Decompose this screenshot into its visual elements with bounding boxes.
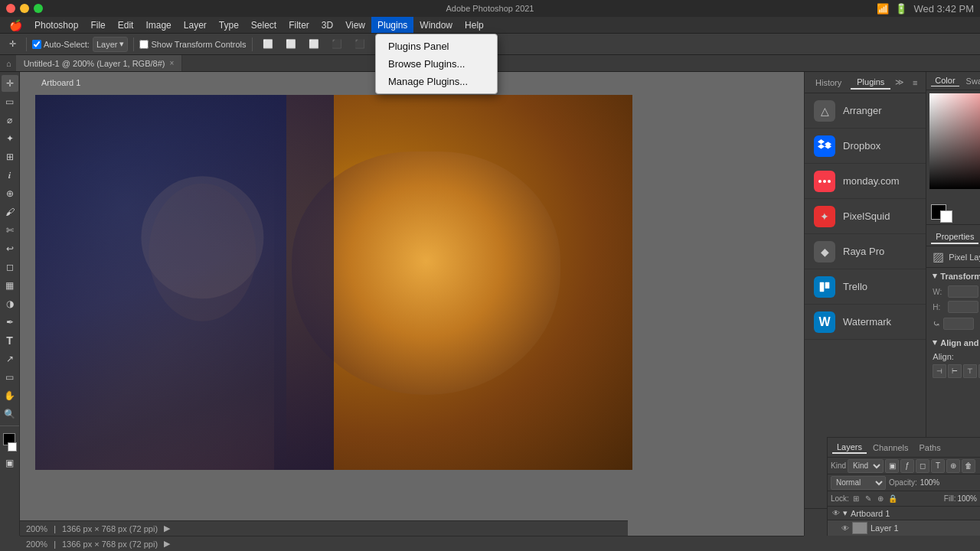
maximize-button[interactable] [34, 4, 43, 13]
panel-menu-icon[interactable]: ≡ [909, 77, 921, 89]
swatches-tab[interactable]: Swatches [962, 76, 980, 86]
plugin-item-monday[interactable]: monday.com [805, 164, 926, 199]
color-tab[interactable]: Color [931, 75, 959, 86]
menu-window[interactable]: Window [413, 17, 459, 33]
minimize-button[interactable] [20, 4, 29, 13]
lasso-tool[interactable]: ⌀ [2, 112, 18, 129]
delete-btn[interactable]: 🗑 [962, 459, 975, 473]
artboard-group[interactable]: 👁 ▾ Artboard 1 [828, 507, 980, 520]
spot-heal-tool[interactable]: ⊕ [2, 185, 18, 202]
menu-select[interactable]: Select [245, 17, 283, 33]
close-button[interactable] [6, 4, 15, 13]
brush-tool[interactable]: 🖌 [2, 204, 18, 220]
new-fill-btn[interactable]: ƒ [900, 459, 914, 473]
rotate-icon[interactable]: ⤿ [933, 318, 940, 329]
color-spectrum[interactable] [926, 90, 980, 201]
layers-tab[interactable]: Layers [832, 442, 867, 454]
height-input[interactable] [948, 301, 978, 313]
layer-row[interactable]: 👁 Layer 1 [828, 520, 980, 536]
plugins-panel-menu-item[interactable]: Plugins Panel [376, 37, 497, 55]
plugins-tab[interactable]: Plugins [851, 76, 890, 90]
align-section-header[interactable]: ▾ Align and Distribute [926, 334, 980, 350]
properties-tab[interactable]: Properties [931, 230, 978, 244]
rectangular-marquee-tool[interactable]: ▭ [2, 93, 18, 110]
move-tool[interactable]: ✛ [2, 75, 18, 92]
move-tool-options[interactable]: ✛ [5, 36, 21, 53]
channels-tab[interactable]: Channels [868, 442, 913, 453]
home-icon[interactable]: ⌂ [6, 59, 11, 68]
lock-all-btn[interactable]: 🔒 [887, 494, 898, 504]
menu-type[interactable]: Type [213, 17, 245, 33]
menu-layer[interactable]: Layer [178, 17, 213, 33]
pen-tool[interactable]: ✒ [2, 314, 18, 331]
blur-tool[interactable]: ◑ [2, 295, 18, 312]
menu-image[interactable]: Image [139, 17, 177, 33]
plugin-item-watermark[interactable]: W Watermark [805, 305, 926, 340]
align-left-btn[interactable]: ⬜ [258, 36, 278, 53]
new-group-btn[interactable]: ▣ [885, 459, 899, 473]
history-tab[interactable]: History [809, 77, 848, 89]
hand-tool[interactable]: ✋ [2, 387, 18, 404]
gradient-tool[interactable]: ▦ [2, 277, 18, 294]
show-transform-checkbox[interactable]: Show Transform Controls [139, 40, 246, 49]
transform-section-header[interactable]: ▾ Transform [926, 268, 980, 284]
type-tool[interactable]: T [2, 332, 18, 349]
rotate-input[interactable] [943, 318, 974, 330]
width-input[interactable] [948, 285, 978, 298]
doc-tab-close-btn[interactable]: × [169, 59, 174, 67]
manage-plugins-menu-item[interactable]: Manage Plugins... [376, 73, 497, 90]
blend-mode-select[interactable]: Normal [831, 476, 886, 490]
menu-plugins[interactable]: Plugins [371, 17, 413, 33]
panel-expand-icon[interactable]: ≫ [893, 77, 906, 89]
browse-plugins-menu-item[interactable]: Browse Plugins... [376, 55, 497, 73]
menu-photoshop[interactable]: Photoshop [28, 17, 84, 33]
path-selection-tool[interactable]: ↗ [2, 350, 18, 367]
quick-select-tool[interactable]: ✦ [2, 130, 18, 147]
align-top-btn[interactable]: ⬛ [327, 36, 347, 53]
plugin-item-arranger[interactable]: △ Arranger [805, 93, 926, 129]
plugin-item-dropbox[interactable]: Dropbox [805, 129, 926, 164]
show-transform-input[interactable] [139, 40, 149, 49]
canvas-area[interactable]: Artboard 1 200% | 1366 px × 768 px (72 p… [20, 72, 804, 536]
zoom-tool[interactable]: 🔍 [2, 406, 18, 422]
align-h-center-btn[interactable]: ⊢ [948, 364, 962, 378]
menu-file[interactable]: File [84, 17, 111, 33]
fg-bg-color-swatch[interactable] [2, 432, 18, 453]
menu-view[interactable]: View [339, 17, 371, 33]
history-brush-tool[interactable]: ↩ [2, 240, 18, 257]
layer-visibility-icon[interactable]: 👁 [841, 524, 849, 533]
plugin-item-rayapro[interactable]: ◆ Raya Pro [805, 234, 926, 269]
lock-pixels-btn[interactable]: ⊞ [851, 494, 861, 504]
plugin-item-pixelsquid[interactable]: ✦ PixelSquid [805, 199, 926, 234]
menu-edit[interactable]: Edit [112, 17, 140, 33]
color-gradient-box[interactable] [929, 93, 980, 189]
lock-position-btn[interactable]: ✎ [863, 494, 874, 504]
align-left-edge-btn[interactable]: ⊣ [933, 364, 946, 378]
status-arrow[interactable]: ▶ [164, 523, 170, 533]
background-color[interactable] [8, 442, 17, 452]
layer-select-dropdown[interactable]: Layer ▾ [93, 37, 129, 52]
align-right-edge-btn[interactable]: ⊤ [963, 364, 977, 378]
eraser-tool[interactable]: ◻ [2, 259, 18, 276]
fx-filter-btn[interactable]: ⊕ [946, 459, 960, 473]
crop-tool[interactable]: ⊞ [2, 148, 18, 165]
align-right-btn[interactable]: ⬜ [304, 36, 324, 53]
menu-help[interactable]: Help [459, 17, 490, 33]
document-tab[interactable]: Untitled-1 @ 200% (Layer 1, RGB/8#) × [16, 55, 183, 71]
artboard-expand-icon[interactable]: ▾ [843, 508, 848, 518]
auto-select-checkbox[interactable]: Auto-Select: [32, 40, 90, 49]
background-color-swatch[interactable] [940, 210, 952, 223]
menu-filter[interactable]: Filter [283, 17, 315, 33]
menu-3d[interactable]: 3D [315, 17, 339, 33]
align-middle-btn[interactable]: ⬛ [350, 36, 370, 53]
clone-stamp-tool[interactable]: ✄ [2, 222, 18, 239]
fg-bg-colors[interactable] [931, 204, 952, 223]
lock-art-btn[interactable]: ⊕ [875, 494, 886, 504]
paths-tab[interactable]: Paths [915, 442, 946, 453]
eyedropper-tool[interactable]: 𝒊 [2, 167, 18, 184]
status-forward-icon[interactable]: ▶ [164, 539, 170, 549]
apple-menu[interactable]: 🍎 [3, 19, 28, 31]
artboard-visibility-icon[interactable]: 👁 [832, 509, 840, 517]
type-filter-btn[interactable]: T [931, 459, 945, 473]
mask-btn[interactable]: ◻ [916, 459, 929, 473]
